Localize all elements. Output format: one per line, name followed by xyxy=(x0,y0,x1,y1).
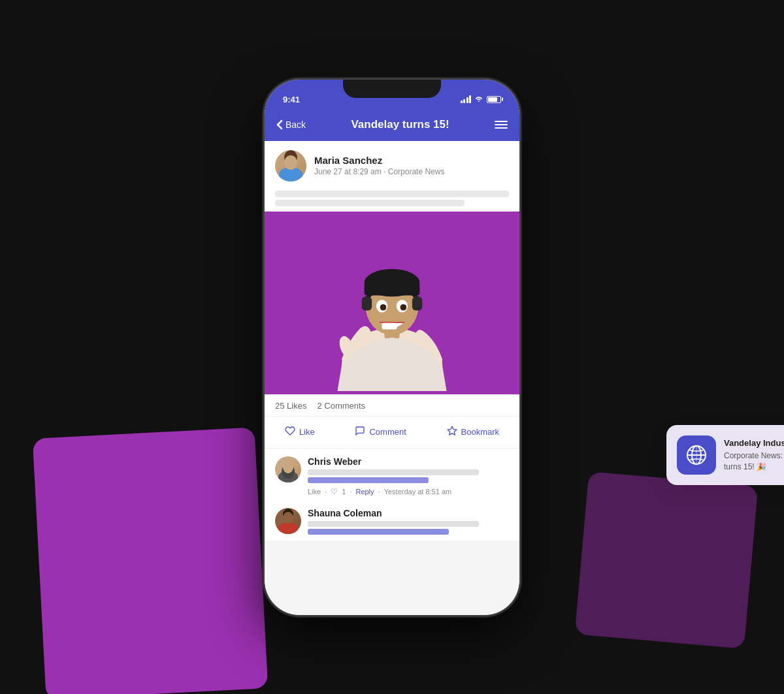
battery-icon xyxy=(487,96,501,103)
post-image xyxy=(265,212,519,394)
svg-rect-11 xyxy=(382,323,397,329)
phone-frame: 9:41 Back xyxy=(265,80,519,615)
hamburger-menu-button[interactable] xyxy=(495,121,508,129)
post-time: June 27 at 8:29 am · Corporate News xyxy=(314,167,509,176)
comment-timestamp-chris: Yesterday at 8:51 am xyxy=(384,488,452,496)
post-stats: 25 Likes 2 Comments xyxy=(265,394,519,417)
notif-text: Vandelay Industries Corporate News: Vand… xyxy=(724,438,784,473)
phone-screen: 9:41 Back xyxy=(265,80,519,615)
svg-rect-6 xyxy=(412,296,422,310)
globe-icon xyxy=(685,443,708,467)
notif-app-icon xyxy=(677,435,716,475)
svg-point-10 xyxy=(400,304,407,310)
comment-avatar-chris xyxy=(275,456,301,482)
back-label: Back xyxy=(286,119,306,130)
notif-body: Corporate News: Vandelay Industries turn… xyxy=(724,450,784,473)
comment-reply-link[interactable]: Reply xyxy=(355,488,374,496)
comment-text-line-1 xyxy=(308,469,479,475)
likes-count: 25 Likes xyxy=(275,401,306,411)
svg-point-9 xyxy=(380,304,387,310)
scroll-content[interactable]: Maria Sanchez June 27 at 8:29 am · Corpo… xyxy=(265,141,519,615)
post-text-line-1 xyxy=(275,191,509,197)
comment-shauna: Shauna Coleman xyxy=(265,500,519,541)
comment-icon xyxy=(355,426,365,439)
comment-chris: Chris Weber Like · ♡ 1 · Reply · Yesterd… xyxy=(265,449,519,500)
bookmark-icon xyxy=(447,426,457,439)
bg-shape-left xyxy=(33,427,268,694)
back-button[interactable]: Back xyxy=(276,119,306,130)
comment-actions-chris: Like · ♡ 1 · Reply · Yesterday at 8:51 a… xyxy=(308,487,509,496)
comment-avatar-shauna xyxy=(275,508,301,534)
svg-marker-13 xyxy=(448,426,456,435)
notification-popup: Vandelay Industries Corporate News: Vand… xyxy=(666,425,784,485)
comment-body-shauna: Shauna Coleman xyxy=(308,508,509,537)
comment-author-shauna: Shauna Coleman xyxy=(308,508,509,518)
post-image-illustration xyxy=(307,215,477,391)
avatar xyxy=(275,150,306,181)
like-button[interactable]: Like xyxy=(274,419,325,445)
comment-shauna-line-2 xyxy=(308,529,449,535)
post-text-line-2 xyxy=(275,200,465,206)
post-card: Maria Sanchez June 27 at 8:29 am · Corpo… xyxy=(265,141,519,541)
post-header: Maria Sanchez June 27 at 8:29 am · Corpo… xyxy=(265,141,519,188)
bookmark-label: Bookmark xyxy=(461,427,500,437)
comment-like-link[interactable]: Like xyxy=(308,488,321,496)
comment-heart-icon: ♡ xyxy=(331,487,338,496)
comment-label: Comment xyxy=(369,427,406,437)
nav-title: Vandelay turns 15! xyxy=(351,118,449,131)
heart-icon xyxy=(285,426,295,439)
bg-shape-right xyxy=(575,471,759,649)
comments-count: 2 Comments xyxy=(317,401,365,411)
post-meta: Maria Sanchez June 27 at 8:29 am · Corpo… xyxy=(314,155,509,176)
comment-text-line-2 xyxy=(308,477,429,483)
comment-dot-separator-3: · xyxy=(378,488,380,496)
like-label: Like xyxy=(299,427,315,437)
svg-rect-5 xyxy=(362,296,372,310)
status-icons xyxy=(461,95,502,104)
status-time: 9:41 xyxy=(283,95,300,104)
notif-title: Vandelay Industries xyxy=(724,438,784,448)
comment-button[interactable]: Comment xyxy=(344,419,416,445)
comment-dot-separator-2: · xyxy=(350,488,351,496)
signal-bars-icon xyxy=(461,95,472,103)
notch xyxy=(343,80,441,98)
comment-author-chris: Chris Weber xyxy=(308,456,509,467)
wifi-icon xyxy=(474,95,483,104)
comment-body-chris: Chris Weber Like · ♡ 1 · Reply · Yesterd… xyxy=(308,456,509,496)
post-author: Maria Sanchez xyxy=(314,155,509,166)
nav-bar: Back Vandelay turns 15! xyxy=(265,108,519,141)
comment-dot-separator: · xyxy=(325,488,327,496)
comment-shauna-line-1 xyxy=(308,521,479,527)
bookmark-button[interactable]: Bookmark xyxy=(436,419,510,445)
comment-likes-count: 1 xyxy=(342,488,346,496)
post-actions: Like Comment xyxy=(265,417,519,449)
